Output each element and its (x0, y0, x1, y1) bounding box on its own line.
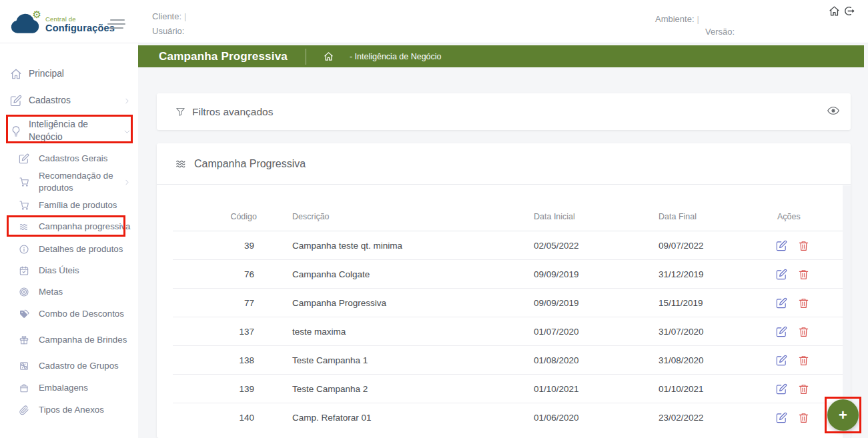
trash-icon[interactable] (799, 383, 809, 395)
filters-toggle[interactable]: Filtros avançados (175, 93, 273, 130)
sidebar-item-campanha-de-brindes[interactable]: Campanha de Brindes (0, 325, 138, 355)
trash-icon[interactable] (799, 297, 809, 309)
sidebar-item-combo-de-descontos[interactable]: Combo de Descontos (0, 303, 138, 325)
edit-icon[interactable] (776, 326, 787, 337)
cell-codigo: 138 (197, 355, 257, 365)
sidebar-item-embalagens[interactable]: Embalagens (0, 377, 138, 399)
cloud-logo-icon: ⚙ (9, 13, 40, 35)
cell-data-final: 31/12/2019 (659, 269, 771, 279)
edit-icon[interactable] (776, 355, 787, 366)
eye-icon[interactable] (827, 106, 839, 115)
breadcrumb: - Inteligência de Negócio (350, 52, 442, 61)
trash-icon[interactable] (799, 326, 809, 337)
version-field: Versão: (705, 27, 737, 37)
sidebar-item-familia-de-produtos[interactable]: Família de produtos (0, 195, 138, 215)
home-icon (10, 68, 22, 80)
cell-descricao: teste maxima (257, 327, 534, 337)
sidebar-item-label: Cadastros Gerais (39, 153, 107, 165)
environment-field: Ambiente:| (655, 14, 699, 24)
page-title: Campanha Progressiva (159, 50, 288, 63)
table-row: 140Camp. Refatorar 0101/06/202023/02/202… (173, 403, 843, 432)
paperclip-icon (19, 405, 29, 415)
trash-icon[interactable] (799, 412, 809, 423)
chevron-right-icon (123, 178, 131, 187)
sidebar-item-label: Recomendação de produtos (39, 170, 135, 194)
home-icon[interactable] (829, 5, 840, 17)
client-field: Cliente:| (152, 11, 186, 21)
table-card-header: Campanha Progressiva (157, 143, 851, 185)
logo-title: Configurações (45, 23, 115, 33)
cell-data-final: 23/02/2022 (659, 413, 771, 423)
cell-descricao: Teste Campanha 2 (257, 384, 534, 394)
edit-icon[interactable] (776, 240, 787, 251)
sidebar-item-cadastro-de-grupos[interactable]: Cadastro de Grupos (0, 355, 138, 377)
sidebar-item-recomendacao-de-produtos[interactable]: Recomendação de produtos (0, 169, 138, 195)
sidebar-item-dias-uteis[interactable]: Dias Úteis (0, 260, 138, 281)
table-row: 137teste maxima01/07/202031/07/2020 (173, 317, 843, 346)
cell-data-inicial: 01/07/2020 (534, 327, 659, 337)
trash-icon[interactable] (799, 269, 809, 280)
sidebar-item-cadastros[interactable]: Cadastros (0, 87, 138, 114)
sidebar-item-campanha-progressiva[interactable]: Campanha progressiva (0, 215, 138, 238)
funnel-icon (175, 106, 186, 117)
table-title: Campanha Progressiva (194, 158, 306, 170)
sidebar-item-label: Principal (29, 68, 64, 81)
menu-toggle-button[interactable] (107, 19, 125, 30)
header-divider (306, 49, 306, 65)
column-header: Ações (771, 212, 843, 221)
cell-descricao: Campanha Colgate (257, 269, 534, 279)
edit-icon[interactable] (776, 297, 787, 309)
gift-icon (19, 335, 29, 345)
sidebar-item-label: Detalhes de produtos (39, 243, 123, 255)
column-header: Código (197, 212, 257, 221)
sidebar-item-label: Combo de Descontos (39, 308, 124, 320)
sidebar-item-label: Cadastro de Grupos (39, 360, 119, 372)
cell-data-inicial: 01/08/2020 (534, 355, 659, 365)
lightbulb-icon (10, 125, 22, 137)
cell-codigo: 39 (197, 241, 257, 251)
cell-data-final: 09/07/2022 (659, 241, 771, 251)
cell-data-final: 31/08/2020 (659, 355, 771, 365)
sidebar-item-metas[interactable]: Metas (0, 281, 138, 303)
package-icon (19, 383, 29, 393)
edit-icon[interactable] (776, 412, 787, 423)
app-logo[interactable]: ⚙ Central de Configurações (9, 13, 115, 35)
table-row: 77Campanha Progressiva09/09/201915/11/20… (173, 289, 843, 317)
edit-icon[interactable] (776, 383, 787, 395)
column-header: Data Final (659, 212, 771, 221)
trash-icon[interactable] (799, 355, 809, 366)
cell-descricao: Teste Campanha 1 (257, 355, 534, 365)
sidebar-item-principal[interactable]: Principal (0, 61, 138, 87)
cell-codigo: 76 (197, 269, 257, 279)
sidebar-item-label: Campanha progressiva (39, 221, 130, 233)
sidebar-item-detalhes-de-produtos[interactable]: Detalhes de produtos (0, 238, 138, 260)
cell-data-final: 01/10/2021 (659, 384, 771, 394)
cell-data-inicial: 09/09/2019 (534, 269, 659, 279)
sidebar-item-inteligencia-de-negocio[interactable]: Inteligência de Negócio (0, 114, 138, 149)
trash-icon[interactable] (799, 240, 809, 251)
filters-label: Filtros avançados (192, 106, 273, 118)
sidebar-item-tipos-de-anexos[interactable]: Tipos de Anexos (0, 399, 138, 421)
page-header: Campanha Progressiva - Inteligência de N… (138, 45, 864, 67)
edit-icon[interactable] (776, 269, 787, 280)
groups-icon (19, 361, 29, 371)
cell-data-inicial: 01/10/2021 (534, 384, 659, 394)
table-row: 139Teste Campanha 201/10/202101/10/2021 (173, 375, 843, 403)
cell-data-inicial: 01/06/2020 (534, 413, 659, 423)
logout-icon[interactable] (843, 5, 855, 17)
cell-data-inicial: 02/05/2022 (534, 241, 659, 251)
sidebar-item-cadastros-gerais[interactable]: Cadastros Gerais (0, 149, 138, 169)
info-icon (19, 244, 29, 255)
cell-descricao: Campanha Progressiva (257, 298, 534, 308)
calendar-check-icon (19, 265, 29, 276)
sidebar-item-label: Inteligência de Negócio (29, 119, 107, 143)
tags-icon (19, 309, 29, 319)
add-button[interactable]: + (827, 399, 859, 431)
cart-icon (19, 200, 29, 211)
edit-icon (10, 95, 22, 107)
breadcrumb-home-icon[interactable] (324, 51, 334, 61)
sidebar-item-label: Embalagens (39, 382, 88, 394)
cell-data-inicial: 09/09/2019 (534, 298, 659, 308)
column-header: Descrição (257, 212, 534, 221)
chevron-right-icon (123, 97, 131, 105)
